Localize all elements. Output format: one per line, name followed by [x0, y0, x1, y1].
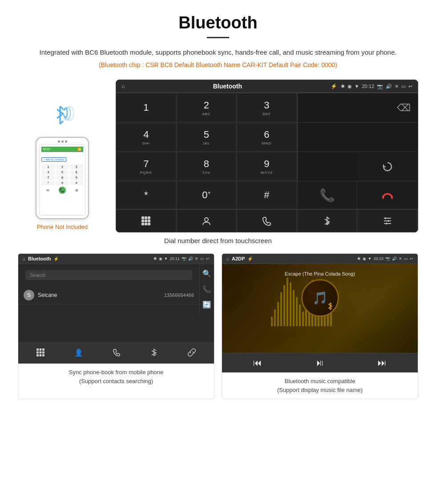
close-icon: ✕ — [395, 84, 399, 89]
pb-time: 20:11 — [170, 256, 180, 261]
dial-bottom-bar — [116, 209, 418, 232]
contacts-tab[interactable] — [177, 210, 237, 232]
usb-icon-music: ⚡ — [247, 256, 253, 261]
back-icon: ↩ — [408, 84, 412, 89]
sync-contacts-button[interactable] — [357, 152, 418, 181]
title-divider — [207, 37, 229, 38]
bluetooth-tab[interactable] — [297, 210, 358, 232]
dial-key-star[interactable]: * — [116, 181, 177, 209]
call-right-icon[interactable]: 📞 — [202, 285, 211, 293]
svg-rect-13 — [148, 223, 150, 225]
pb-bluetooth-icon[interactable] — [146, 347, 161, 360]
bottom-section: ⌂ Bluetooth ⚡ ✱◉▼ 20:11 📷🔊✕▭↩ Sea — [18, 253, 418, 399]
dial-key-9[interactable]: 9WXYZ — [237, 152, 297, 181]
home-icon-pb[interactable]: ⌂ — [23, 256, 25, 261]
svg-rect-31 — [40, 354, 42, 356]
phone-not-included-label: Phone Not Included — [37, 224, 88, 230]
search-placeholder: Search — [30, 272, 45, 278]
dialpad-tab[interactable] — [116, 210, 177, 232]
page-title: Bluetooth — [18, 13, 418, 32]
end-call-button[interactable] — [357, 181, 418, 209]
phonebook-card: ⌂ Bluetooth ⚡ ✱◉▼ 20:11 📷🔊✕▭↩ Sea — [18, 253, 214, 399]
svg-rect-25 — [40, 348, 42, 351]
volume-icon: 🔊 — [386, 84, 392, 89]
screen-icon: ▭ — [401, 84, 406, 89]
specs-line: (Bluetooth chip : CSR BC6 Default Blueto… — [18, 61, 418, 68]
music-caption-line1: Bluetooth music compatible — [285, 378, 355, 384]
music-caption: Bluetooth music compatible (Support disp… — [222, 372, 418, 399]
music-status-icons: ✱◉▼ 20:15 📷🔊✕▭↩ — [357, 256, 413, 261]
svg-rect-5 — [141, 216, 144, 219]
dial-screen: ⌂ Bluetooth ⚡ ✱ ◉ ▼ 20:12 📷 🔊 ✕ ▭ ↩ — [116, 80, 418, 232]
signal-icon: ▼ — [355, 84, 359, 89]
phonebook-topbar: ⌂ Bluetooth ⚡ ✱◉▼ 20:11 📷🔊✕▭↩ — [18, 254, 214, 264]
phonebook-screen: ⌂ Bluetooth ⚡ ✱◉▼ 20:11 📷🔊✕▭↩ Sea — [18, 254, 214, 343]
settings-tab[interactable] — [357, 210, 418, 232]
home-icon[interactable]: ⌂ — [121, 83, 125, 89]
dial-key-0[interactable]: 0+ — [177, 181, 237, 209]
dial-key-1[interactable]: 1 — [116, 93, 177, 123]
phonebook-caption: Sync phone-book from mobile phone (Suppo… — [18, 364, 214, 390]
music-caption-line2: (Support display music file name) — [277, 387, 363, 393]
music-screen: ⌂ A2DP ⚡ ✱◉▼ 20:15 📷🔊✕▭↩ — [222, 254, 418, 372]
phonebook-screen-title: Bluetooth — [28, 256, 51, 261]
pb-contacts-icon[interactable]: 👤 — [71, 347, 87, 360]
home-icon-music[interactable]: ⌂ — [226, 256, 229, 261]
pb-main-area: Search S Seicane 13566664466 🔍 � — [18, 264, 214, 314]
dial-display: ⌫ — [297, 93, 418, 123]
svg-rect-6 — [145, 216, 147, 219]
usb-icon: ⚡ — [331, 83, 337, 89]
dial-screen-title: Bluetooth — [128, 83, 327, 90]
dial-caption: Dial number direct from touchscreen — [18, 237, 418, 244]
music-controls: ⏮ ⏯ ⏭ — [222, 353, 418, 372]
phone-image: M:20📶 + Add to Contacts 1 2 3 4 5 6 7 8 — [36, 137, 89, 219]
dial-key-2[interactable]: 2ABC — [177, 93, 237, 123]
contacts-list: Search S Seicane 13566664466 — [18, 264, 199, 314]
pb-dialpad-icon[interactable] — [33, 347, 48, 360]
phonebook-caption-line1: Sync phone-book from mobile phone — [69, 369, 163, 376]
dial-key-4[interactable]: 4GHI — [116, 123, 177, 152]
pb-link-icon[interactable] — [184, 347, 199, 360]
svg-rect-10 — [148, 220, 150, 222]
pb-phone-icon[interactable] — [109, 347, 124, 360]
camera-icon: 📷 — [377, 84, 383, 89]
call-button[interactable]: 📞 — [297, 181, 358, 209]
phone-mockup-section: M:20📶 + Add to Contacts 1 2 3 4 5 6 7 8 — [18, 80, 107, 230]
svg-rect-9 — [145, 220, 147, 222]
svg-rect-32 — [42, 354, 44, 356]
next-button[interactable]: ⏭ — [378, 358, 387, 368]
pb-bottom-bar: 👤 — [18, 343, 214, 364]
page-description: Integrated with BC6 Bluetooth module, su… — [18, 47, 418, 58]
status-icons: ✱ ◉ ▼ 20:12 📷 🔊 ✕ ▭ ↩ — [341, 84, 412, 89]
search-area: Search — [18, 264, 199, 286]
music-topbar: ⌂ A2DP ⚡ ✱◉▼ 20:15 📷🔊✕▭↩ — [222, 254, 418, 264]
backspace-icon[interactable]: ⌫ — [397, 102, 411, 114]
dial-empty-2 — [297, 152, 358, 181]
usb-icon-pb: ⚡ — [53, 256, 59, 261]
pb-status-icons: ✱◉▼ 20:11 📷🔊✕▭↩ — [153, 256, 210, 261]
play-pause-button[interactable]: ⏯ — [315, 358, 324, 368]
svg-point-14 — [205, 218, 208, 221]
dial-key-7[interactable]: 7PQRS — [116, 152, 177, 181]
dial-key-5[interactable]: 5JKL — [177, 123, 237, 152]
prev-button[interactable]: ⏮ — [253, 358, 262, 368]
search-bar[interactable]: Search — [25, 270, 192, 280]
call-log-tab[interactable] — [237, 210, 297, 232]
svg-rect-12 — [145, 223, 147, 225]
dial-key-8[interactable]: 8TUV — [177, 152, 237, 181]
music-content: Escape (The Pina Colada Song) 🎵 — [222, 264, 418, 353]
search-right-icon[interactable]: 🔍 — [202, 269, 211, 278]
song-title: Escape (The Pina Colada Song) — [229, 271, 411, 276]
sync-right-icon[interactable]: 🔄 — [202, 300, 211, 309]
dial-key-3[interactable]: 3DEF — [237, 93, 297, 123]
svg-rect-11 — [141, 223, 144, 225]
dial-key-hash[interactable]: # — [237, 181, 297, 209]
contact-initial: S — [24, 290, 34, 300]
svg-rect-27 — [36, 352, 39, 354]
svg-rect-24 — [36, 348, 39, 351]
music-time: 20:15 — [373, 256, 384, 261]
svg-rect-28 — [40, 352, 42, 354]
album-art: 🎵 — [301, 279, 339, 317]
contact-row[interactable]: S Seicane 13566664466 — [18, 286, 199, 304]
dial-key-6[interactable]: 6MNO — [237, 123, 297, 152]
